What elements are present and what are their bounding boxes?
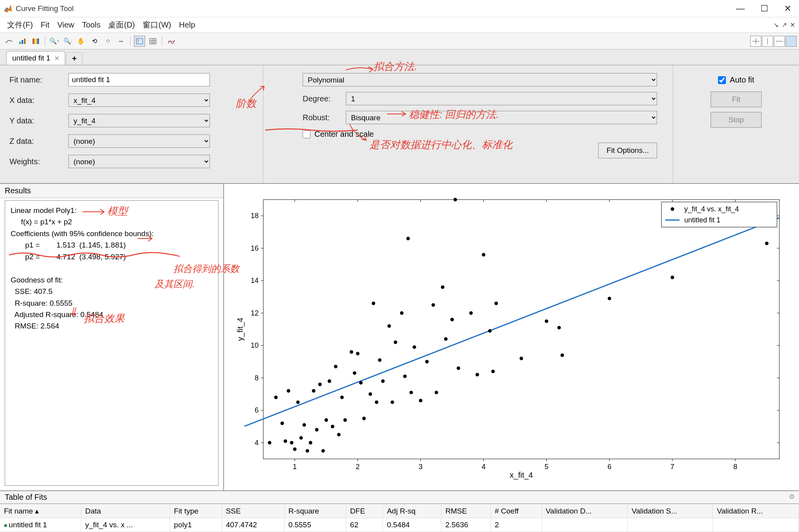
svg-point-92 xyxy=(353,371,356,375)
tab-close-icon[interactable]: ✕ xyxy=(54,55,59,62)
svg-point-86 xyxy=(331,425,334,428)
new-fit-icon[interactable] xyxy=(4,36,15,47)
tof-cell-0: untitled fit 1 xyxy=(0,518,81,532)
menu-window[interactable]: 窗口(W) xyxy=(139,18,175,32)
brush-icon[interactable]: ↔ xyxy=(116,36,127,47)
pan-icon[interactable]: ✋ xyxy=(75,36,86,47)
svg-rect-7 xyxy=(150,39,156,44)
svg-text:10: 10 xyxy=(251,341,259,349)
tof-col-6[interactable]: Adj R-sq xyxy=(383,504,441,518)
svg-point-73 xyxy=(290,441,294,444)
svg-point-123 xyxy=(494,302,498,305)
svg-point-118 xyxy=(469,311,473,315)
weights-select[interactable]: (none) xyxy=(68,155,210,168)
plot-pane[interactable]: 123456784681012141618x_fit_4y_fit_4y_fit… xyxy=(224,184,799,490)
svg-text:16: 16 xyxy=(251,244,259,252)
menu-file[interactable]: 文件(F) xyxy=(3,18,37,32)
menu-desktop[interactable]: 桌面(D) xyxy=(104,18,139,32)
svg-rect-1 xyxy=(22,40,23,44)
svg-point-129 xyxy=(670,276,674,279)
svg-point-108 xyxy=(413,345,416,349)
svg-point-82 xyxy=(318,383,322,386)
svg-point-122 xyxy=(491,370,495,373)
titlebar: Curve Fitting Tool — ☐ ✕ xyxy=(0,0,799,17)
svg-point-91 xyxy=(350,350,353,354)
layout-cols-icon[interactable] xyxy=(762,36,773,47)
zoom-out-icon[interactable]: 🔍- xyxy=(62,36,73,47)
tof-col-1[interactable]: Data xyxy=(81,504,170,518)
svg-point-113 xyxy=(441,285,445,289)
stop-button[interactable]: Stop xyxy=(711,112,762,128)
tof-cell-2: poly1 xyxy=(170,518,222,532)
layout-rows-icon[interactable] xyxy=(774,36,785,47)
svg-point-90 xyxy=(343,418,347,422)
tof-cell-7: 2.5636 xyxy=(441,518,490,532)
svg-point-69 xyxy=(274,396,278,399)
svg-text:14: 14 xyxy=(251,277,259,284)
maximize-button[interactable]: ☐ xyxy=(760,4,768,14)
tab-add[interactable]: + xyxy=(66,52,83,65)
surface-icon[interactable] xyxy=(30,36,41,47)
legend-toggle-icon[interactable] xyxy=(134,36,145,47)
svg-point-103 xyxy=(394,341,397,344)
center-scale-checkbox[interactable]: Center and scale xyxy=(303,130,657,139)
svg-point-93 xyxy=(356,352,360,355)
svg-rect-2 xyxy=(24,39,26,44)
close-panel-icon[interactable]: ✕ xyxy=(789,21,796,29)
svg-point-78 xyxy=(306,449,309,453)
degree-select[interactable]: 1 xyxy=(346,92,657,105)
fit-plot[interactable]: 123456784681012141618x_fit_4y_fit_4y_fit… xyxy=(236,192,787,482)
tof-col-9[interactable]: Validation D... xyxy=(542,504,628,518)
tof-col-5[interactable]: DFE xyxy=(346,504,383,518)
svg-point-79 xyxy=(309,441,312,444)
y-data-select[interactable]: y_fit_4 xyxy=(68,114,210,127)
tof-col-11[interactable]: Validation R... xyxy=(713,504,799,518)
tof-col-10[interactable]: Validation S... xyxy=(628,504,713,518)
tof-collapse-icon[interactable]: ⊙ xyxy=(789,493,794,502)
residual-plot-icon[interactable] xyxy=(166,36,177,47)
close-button[interactable]: ✕ xyxy=(784,4,791,14)
tof-col-0[interactable]: Fit name ▴ xyxy=(0,504,81,518)
zoom-in-icon[interactable]: 🔍+ xyxy=(49,36,60,47)
tof-col-4[interactable]: R-square xyxy=(284,504,346,518)
fit-options-button[interactable]: Fit Options... xyxy=(598,143,657,158)
menu-help[interactable]: Help xyxy=(175,19,199,31)
dock-icon[interactable]: ↘ xyxy=(773,21,779,29)
menu-fit[interactable]: Fit xyxy=(37,19,53,31)
svg-point-107 xyxy=(410,391,413,394)
tof-cell-3: 407.4742 xyxy=(222,518,284,532)
rotate-icon[interactable]: ⟲ xyxy=(89,36,100,47)
z-data-select[interactable]: (none) xyxy=(68,134,210,148)
menu-view[interactable]: View xyxy=(53,19,78,31)
undock-icon[interactable]: ↗ xyxy=(781,21,788,29)
minimize-button[interactable]: — xyxy=(736,4,745,14)
tof-cell-1: y_fit_4 vs. x ... xyxy=(81,518,170,532)
svg-text:4: 4 xyxy=(255,439,259,447)
tof-col-2[interactable]: Fit type xyxy=(170,504,222,518)
tof-col-3[interactable]: SSE xyxy=(222,504,284,518)
svg-text:2: 2 xyxy=(356,463,360,471)
config-panel: Fit name: X data: x_fit_4 Y data: y_fit_… xyxy=(0,65,799,184)
fit-method-select[interactable]: Polynomial xyxy=(303,73,657,86)
x-data-select[interactable]: x_fit_4 xyxy=(68,94,210,107)
svg-text:untitled fit 1: untitled fit 1 xyxy=(684,216,720,224)
menu-tools[interactable]: Tools xyxy=(78,19,105,31)
robust-select[interactable]: Bisquare xyxy=(346,111,657,124)
layout-single-icon[interactable] xyxy=(786,36,797,47)
svg-text:1: 1 xyxy=(293,463,297,471)
fit-name-input[interactable] xyxy=(68,73,210,86)
robust-label: Robust: xyxy=(303,113,346,122)
tof-cell-9 xyxy=(542,518,628,532)
plot-fit-icon[interactable] xyxy=(17,36,28,47)
grid-toggle-icon[interactable] xyxy=(147,36,158,47)
svg-point-120 xyxy=(482,253,485,257)
tab-fit[interactable]: untitled fit 1 ✕ xyxy=(6,51,65,65)
auto-fit-checkbox[interactable]: Auto fit xyxy=(718,75,754,84)
tof-col-7[interactable]: RMSE xyxy=(441,504,490,518)
data-cursor-icon[interactable]: ⁘ xyxy=(102,36,113,47)
layout-2x2-icon[interactable] xyxy=(750,36,761,47)
fit-button[interactable]: Fit xyxy=(711,92,762,107)
tof-data-row[interactable]: untitled fit 1y_fit_4 vs. x ...poly1407.… xyxy=(0,518,799,532)
tof-col-8[interactable]: # Coeff xyxy=(490,504,542,518)
svg-point-70 xyxy=(281,422,284,425)
